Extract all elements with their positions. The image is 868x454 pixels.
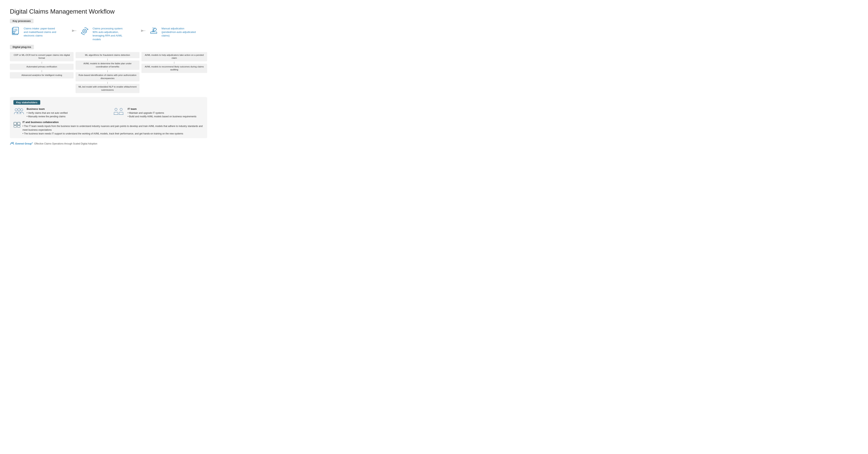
adjudication-icon — [148, 26, 160, 36]
plugin-col-3: AI/ML models to help adjudicators take a… — [142, 52, 207, 94]
stakeholders-section: Key stakeholders Business team Verify cl… — [10, 97, 207, 138]
svg-marker-13 — [141, 30, 144, 32]
svg-rect-15 — [151, 32, 157, 34]
process-intake-text: Claims intake: paper-based and mailed/fa… — [24, 26, 59, 38]
claims-intake-icon: $ — [10, 26, 22, 36]
plugin-col-2: ML algorithms for fraudulent claims dete… — [75, 52, 141, 94]
footer-brand-name: Everest Group® — [16, 142, 33, 145]
svg-point-10 — [84, 30, 86, 32]
svg-text:$: $ — [13, 32, 14, 34]
svg-rect-30 — [18, 122, 20, 125]
key-stakeholders-label: Key stakeholders — [13, 100, 40, 105]
process-adjudication: Manual adjudication (pended/non-auto-adj… — [148, 26, 207, 38]
plugin-item: AI/ML models to determine the liable pla… — [75, 61, 139, 70]
collab-item: The business team needs IT support to un… — [23, 132, 204, 136]
svg-rect-29 — [14, 122, 17, 125]
plugin-item: Advanced analytics for intelligent routi… — [10, 72, 73, 78]
svg-rect-31 — [14, 125, 17, 127]
plugin-item: Automated primary verification — [10, 64, 73, 70]
plugins-grid: CDP or ML-OCR tool to convert paper clai… — [10, 52, 207, 94]
plugin-item: ML-led model with embedded NLP to enable… — [75, 84, 139, 93]
collab-label: IT and business collaboration — [23, 121, 204, 124]
collab-list: The IT team needs inputs from the busine… — [23, 124, 204, 135]
it-team-item: Maintain and upgrade IT systems — [128, 111, 196, 115]
it-team-group: IT team Maintain and upgrade IT systems … — [113, 107, 204, 118]
process-intake: $ Claims intake: paper-based and mailed/… — [10, 26, 69, 38]
business-team-item: Verify claims that are not auto verified — [27, 111, 68, 115]
business-team-group: Business team Verify claims that are not… — [13, 107, 104, 118]
svg-point-26 — [120, 108, 122, 110]
svg-rect-16 — [153, 28, 157, 32]
business-team-label: Business team — [27, 107, 68, 110]
footer: Everest Group® Effective Claims Operatio… — [10, 141, 207, 146]
svg-point-22 — [21, 109, 23, 111]
stakeholders-row: Business team Verify claims that are not… — [13, 107, 204, 118]
collab-item: The IT team needs inputs from the busine… — [23, 124, 204, 132]
key-processes-label: Key processes — [10, 19, 34, 23]
business-team-content: Business team Verify claims that are not… — [27, 107, 68, 118]
process-processing-text: Claims processing system: 90% auto-adjud… — [93, 26, 128, 41]
business-team-icon — [13, 107, 24, 116]
plugin-item: Rule-based identification of claims with… — [75, 72, 139, 82]
digital-plugins-label: Digital plug-ins — [10, 45, 34, 49]
plugin-item: ML algorithms for fraudulent claims dete… — [75, 52, 139, 58]
it-team-list: Maintain and upgrade IT systems Build an… — [128, 111, 196, 118]
it-team-icon — [113, 107, 125, 116]
key-processes-row: $ Claims intake: paper-based and mailed/… — [10, 26, 207, 41]
claims-processing-icon — [79, 26, 91, 36]
collab-content: IT and business collaboration The IT tea… — [23, 121, 204, 135]
it-team-item: Build and modify AI/ML models based on b… — [128, 115, 196, 118]
process-processing: Claims processing system: 90% auto-adjud… — [79, 26, 138, 41]
plugin-item: AI/ML models to recommend likely outcome… — [142, 64, 207, 73]
process-adjudication-text: Manual adjudication (pended/non-auto-adj… — [161, 26, 197, 38]
business-team-item: Manually review the pending claims — [27, 115, 68, 118]
it-team-label: IT team — [128, 107, 196, 110]
svg-marker-7 — [72, 30, 75, 32]
collab-row: IT and business collaboration The IT tea… — [13, 121, 204, 135]
svg-rect-24 — [114, 112, 118, 115]
svg-point-23 — [115, 108, 117, 110]
business-team-list: Verify claims that are not auto verified… — [27, 111, 68, 118]
digital-plugins-section: Digital plug-ins CDP or ML-OCR tool to c… — [10, 45, 207, 94]
plugin-item: CDP or ML-OCR tool to convert paper clai… — [10, 52, 73, 61]
it-team-content: IT team Maintain and upgrade IT systems … — [128, 107, 196, 118]
footer-logo: Everest Group® — [10, 141, 33, 146]
page-title: Digital Claims Management Workflow — [10, 8, 207, 15]
arrow-2 — [138, 28, 148, 34]
svg-point-21 — [18, 108, 20, 110]
plugin-item: AI/ML models to help adjudicators take a… — [142, 52, 207, 61]
plugin-col-1: CDP or ML-OCR tool to convert paper clai… — [10, 52, 75, 94]
svg-point-9 — [83, 29, 87, 33]
arrow-1 — [69, 28, 79, 34]
svg-rect-32 — [18, 125, 20, 127]
footer-tagline: Effective Claims Operations through Scal… — [34, 142, 97, 145]
collab-icon — [13, 121, 21, 128]
svg-point-20 — [15, 109, 18, 111]
svg-rect-27 — [119, 112, 123, 115]
everest-logo-icon — [10, 141, 14, 146]
